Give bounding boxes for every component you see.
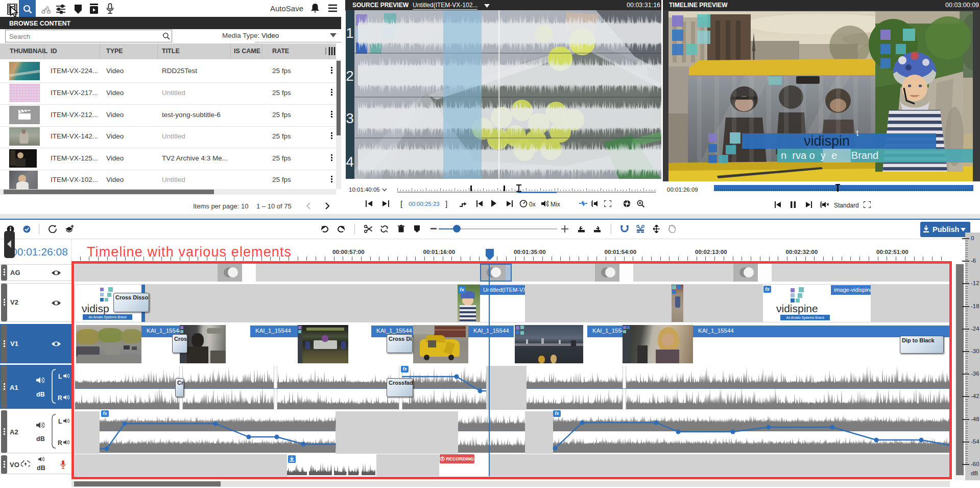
svg-text:3: 3 [346, 110, 354, 126]
svg-text:1: 1 [346, 25, 354, 41]
svg-text:4: 4 [346, 154, 354, 170]
svg-text:n rva o y e Brand: n rva o y e Brand [781, 150, 878, 161]
svg-text:2: 2 [346, 68, 354, 84]
svg-text:t: t [856, 129, 859, 137]
svg-text:νidispin: νidispin [804, 133, 850, 149]
